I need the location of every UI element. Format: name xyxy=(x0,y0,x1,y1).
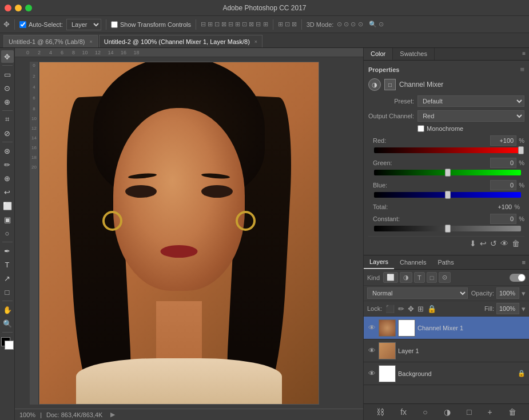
delete-layer-btn[interactable]: 🗑 xyxy=(506,406,519,418)
constant-slider-row: Constant: % xyxy=(368,214,524,231)
new-group-btn[interactable]: □ xyxy=(464,406,474,418)
layer-styles-btn[interactable]: fx xyxy=(398,406,409,418)
smart-filter-btn[interactable]: ⊙ xyxy=(439,272,451,283)
red-slider-thumb[interactable] xyxy=(518,146,524,154)
properties-menu-btn[interactable]: ≡ xyxy=(520,65,524,74)
eraser-tool[interactable]: ⬜ xyxy=(1,199,14,212)
output-channel-select[interactable]: Red Green Blue xyxy=(417,110,524,122)
window-controls[interactable] xyxy=(5,5,32,11)
layer-item-layer1[interactable]: 👁 Layer 1 xyxy=(364,339,529,362)
shape-tool[interactable]: □ xyxy=(1,286,14,298)
path-tool[interactable]: ↗ xyxy=(1,272,14,285)
tab-color[interactable]: Color xyxy=(364,48,393,60)
auto-select-checkbox[interactable] xyxy=(19,21,26,28)
layer-item-background[interactable]: 👁 Background 🔒 xyxy=(364,362,529,385)
main-area: ✥ ▭ ⊙ ⊕ ⌗ ⊘ ⊛ ✏ ⊕ ↩ ⬜ ▣ ○ ✒ T ↗ □ ✋ 🔍 0 … xyxy=(0,48,529,420)
tool-separator-4 xyxy=(2,242,13,242)
brush-tool[interactable]: ✏ xyxy=(1,158,14,171)
lock-transparent-btn[interactable]: ⬛ xyxy=(385,305,395,313)
pixel-filter-btn[interactable]: ⬜ xyxy=(383,272,398,283)
preset-select[interactable]: Default xyxy=(417,95,524,107)
close-button[interactable] xyxy=(5,5,11,11)
background-color[interactable] xyxy=(5,341,14,350)
tab-untitled2[interactable]: Untitled-2 @ 100% (Channel Mixer 1, Laye… xyxy=(99,35,262,47)
blue-slider-thumb[interactable] xyxy=(445,191,451,199)
stamp-tool[interactable]: ⊕ xyxy=(1,172,14,185)
gradient-tool[interactable]: ▣ xyxy=(1,213,14,226)
blue-value-input[interactable] xyxy=(490,180,516,190)
blend-mode-select[interactable]: Normal Multiply Screen Overlay xyxy=(367,287,468,299)
lasso-tool[interactable]: ⊙ xyxy=(1,82,14,94)
selection-tool[interactable]: ▭ xyxy=(1,68,14,81)
reset-btn[interactable]: ↺ xyxy=(490,239,497,248)
layer-visibility-background[interactable]: 👁 xyxy=(367,369,376,378)
constant-slider-track[interactable] xyxy=(374,226,521,231)
quick-select-tool[interactable]: ⊕ xyxy=(1,95,14,108)
layer-visibility-channel-mixer[interactable]: 👁 xyxy=(367,323,376,333)
layers-tab-channels[interactable]: Channels xyxy=(394,256,432,269)
tab-untitled1[interactable]: Untitled-1 @ 66,7% (Lab/8) × xyxy=(3,35,98,47)
text-filter-btn[interactable]: T xyxy=(414,272,425,283)
tab-close-2[interactable]: × xyxy=(254,39,257,45)
toggle-visibility-btn[interactable]: 👁 xyxy=(500,239,508,248)
clip-to-below-btn[interactable]: ⬇ xyxy=(470,239,476,248)
lock-position-btn[interactable]: ✥ xyxy=(408,305,414,313)
tab-swatches[interactable]: Swatches xyxy=(393,48,435,60)
constant-slider-thumb[interactable] xyxy=(445,225,451,233)
minimize-button[interactable] xyxy=(15,5,22,11)
layers-menu-btn[interactable]: ≡ xyxy=(519,257,529,268)
delete-btn[interactable]: 🗑 xyxy=(512,239,520,248)
shape-filter-btn[interactable]: □ xyxy=(427,272,437,283)
new-layer-btn[interactable]: + xyxy=(486,406,495,418)
monochrome-checkbox[interactable] xyxy=(417,125,424,132)
lock-artboard-btn[interactable]: ⊞ xyxy=(417,305,424,313)
add-mask-btn[interactable]: ○ xyxy=(420,406,429,418)
status-arrow[interactable]: ▶ xyxy=(110,411,115,418)
color-panel-menu[interactable]: ≡ xyxy=(519,48,529,60)
main-toolbar: ✥ Auto-Select: Layer Group Show Transfor… xyxy=(0,16,529,33)
view-prev-btn[interactable]: ↩ xyxy=(480,239,487,248)
blue-slider-track[interactable] xyxy=(374,192,521,198)
lock-pixels-btn[interactable]: ✏ xyxy=(398,305,404,313)
layer-thumb-background xyxy=(379,365,396,382)
crop-tool[interactable]: ⌗ xyxy=(1,113,14,126)
eyedropper-tool[interactable]: ⊘ xyxy=(1,127,14,139)
layer-name-layer1: Layer 1 xyxy=(398,347,526,354)
layer-item-channel-mixer[interactable]: 👁 Channel Mixer 1 xyxy=(364,317,529,339)
green-slider-track[interactable] xyxy=(374,170,521,175)
layers-tab-layers[interactable]: Layers xyxy=(364,255,394,269)
text-tool[interactable]: T xyxy=(1,258,14,271)
opacity-input[interactable] xyxy=(496,287,519,299)
green-value-input[interactable] xyxy=(490,158,516,168)
layer-select[interactable]: Layer Group xyxy=(66,19,101,30)
transform-controls-checkbox[interactable] xyxy=(111,21,118,28)
zoom-tool[interactable]: 🔍 xyxy=(1,317,14,330)
adjustment-filter-btn[interactable]: ◑ xyxy=(400,272,412,283)
layers-tab-paths[interactable]: Paths xyxy=(432,256,460,269)
layer-visibility-layer1[interactable]: 👁 xyxy=(367,346,376,355)
title-bar: Adobe Photoshop CC 2017 xyxy=(0,0,529,16)
dodge-tool[interactable]: ○ xyxy=(1,227,14,239)
fill-input[interactable] xyxy=(496,303,519,314)
green-slider-thumb[interactable] xyxy=(445,169,451,177)
lock-all-btn[interactable]: 🔒 xyxy=(427,305,436,313)
maximize-button[interactable] xyxy=(25,5,32,11)
color-swatches[interactable] xyxy=(1,337,14,350)
opacity-chevron[interactable]: ▾ xyxy=(522,289,526,298)
hand-tool[interactable]: ✋ xyxy=(1,303,14,316)
move-tool-icon[interactable]: ✥ xyxy=(3,20,10,29)
red-slider-track[interactable] xyxy=(374,147,521,153)
filter-toggle-switch[interactable] xyxy=(510,274,526,282)
constant-value-input[interactable] xyxy=(490,214,516,224)
toolbar-separator-3 xyxy=(196,19,196,30)
pen-tool[interactable]: ✒ xyxy=(1,245,14,257)
tab-close-1[interactable]: × xyxy=(89,39,92,45)
move-tool[interactable]: ✥ xyxy=(1,50,14,63)
healing-tool[interactable]: ⊛ xyxy=(1,145,14,157)
new-fill-layer-btn[interactable]: ◑ xyxy=(442,406,453,418)
fill-chevron[interactable]: ▾ xyxy=(522,305,526,313)
link-layers-btn[interactable]: ⛓ xyxy=(374,406,387,418)
red-value-input[interactable] xyxy=(490,135,516,146)
history-brush-tool[interactable]: ↩ xyxy=(1,186,14,198)
fill-group: Fill: ▾ xyxy=(484,303,526,314)
